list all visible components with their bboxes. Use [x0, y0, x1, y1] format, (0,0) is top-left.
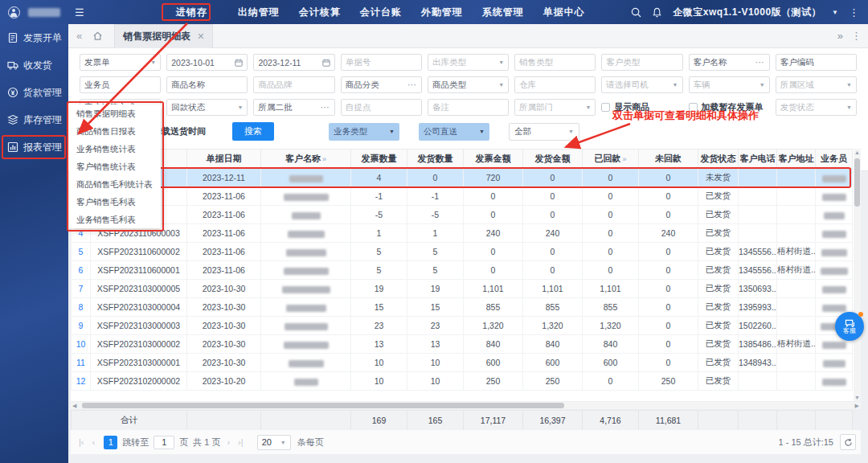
ellipsis-more-icon[interactable]: ⋯: [321, 102, 330, 113]
page-size-select[interactable]: 20 ▼: [257, 435, 291, 450]
column-header[interactable]: 单据日期: [187, 150, 261, 169]
delivery-status-select[interactable]: 发货状态▼: [776, 99, 857, 116]
table-row[interactable]: 7XSFP20231030000052023-10-3019191,1011,1…: [72, 280, 853, 298]
user-avatar-icon[interactable]: [8, 6, 20, 18]
customer-type-input[interactable]: 客户类型: [601, 54, 682, 71]
collapse-sidebar-icon[interactable]: «: [68, 30, 88, 42]
sidebar-item-payment[interactable]: 货款管理: [0, 79, 68, 106]
refresh-button[interactable]: [840, 434, 856, 450]
column-header[interactable]: 客户地址: [777, 150, 816, 169]
end-date-input[interactable]: 2023-12-11: [253, 54, 334, 71]
doc-number-input[interactable]: 单据号: [341, 54, 422, 71]
top-menu-item[interactable]: 单据中心: [534, 0, 595, 24]
cell: 已发货: [698, 187, 739, 206]
hamburger-menu-icon[interactable]: ☰: [75, 6, 84, 18]
next-page-icon[interactable]: ›: [227, 437, 230, 447]
cell: 已发货: [698, 261, 739, 280]
horizontal-scrollbar[interactable]: ◀ ▶: [71, 402, 861, 409]
product-name-input[interactable]: 商品名称: [166, 76, 248, 93]
top-menu-item[interactable]: 外勤管理: [411, 0, 473, 24]
customer-code-input[interactable]: 客户编码: [776, 54, 857, 71]
top-bar: ☰ 进销存出纳管理会计核算会计台账外勤管理系统管理单据中心 企微宝xwq1.1-…: [0, 0, 868, 24]
sort-icon[interactable]: »: [322, 155, 326, 163]
sort-icon[interactable]: »: [622, 155, 626, 163]
table-row[interactable]: 12XSFP20231020000022023-10-2010102502500…: [72, 372, 853, 391]
customer-name-input[interactable]: 客户名称⋯: [689, 54, 770, 71]
total-pages-label: 共 1 页: [193, 436, 220, 449]
column-header[interactable]: 已回款»: [583, 150, 639, 169]
customer-service-button[interactable]: 客服: [835, 312, 864, 341]
product-brand-input[interactable]: 商品品牌: [253, 76, 334, 93]
page-jump-input[interactable]: 1: [154, 436, 174, 449]
vertical-scrollbar[interactable]: ▲ ▼: [854, 149, 861, 401]
department-select[interactable]: 所属部门▼: [514, 99, 596, 116]
region-select[interactable]: 所属区域▼: [776, 76, 857, 93]
table-row[interactable]: 32023-11-06-5-50000已发货: [72, 206, 853, 224]
column-header[interactable]: 客户名称»: [261, 150, 351, 169]
last-page-icon[interactable]: ›|: [238, 437, 244, 447]
current-page-button[interactable]: 1: [104, 436, 117, 449]
column-header[interactable]: 客户电话: [739, 150, 777, 169]
cell: 0: [639, 243, 698, 261]
sales-type-input[interactable]: 销售类型: [514, 54, 596, 71]
scroll-right-icon[interactable]: ▶: [855, 402, 859, 409]
first-page-icon[interactable]: |‹: [79, 437, 84, 447]
table-row[interactable]: 22023-11-06-1-10000已发货: [72, 187, 853, 206]
column-header[interactable]: 发货金额: [523, 150, 583, 169]
pickup-point-input[interactable]: 自提点: [341, 99, 422, 116]
table-row[interactable]: 4XSFP20231106000032023-11-06112402400240…: [72, 224, 853, 243]
sidebar-item-inventory[interactable]: 库存管理: [0, 106, 68, 133]
product-type-select[interactable]: 商品类型▼: [428, 76, 509, 93]
sidebar-item-delivery[interactable]: 收发货: [0, 51, 68, 79]
start-date-input[interactable]: 2023-10-01: [166, 54, 248, 71]
remark-input[interactable]: 备注: [428, 99, 509, 116]
table-row[interactable]: 5XSFP20231106000022023-11-06550000已发货134…: [72, 243, 853, 261]
delivery-mode-select[interactable]: 公司直送▼: [419, 123, 489, 141]
product-category-input[interactable]: 商品分类⋯: [341, 76, 422, 93]
column-header[interactable]: 发货数量: [407, 150, 464, 169]
scroll-left-icon[interactable]: ◀: [72, 402, 76, 409]
sidebar-item-invoice[interactable]: 发票开单: [0, 24, 68, 51]
column-header[interactable]: 未回款: [639, 150, 698, 169]
scroll-up-icon[interactable]: ▲: [854, 150, 861, 155]
ellipsis-more-icon[interactable]: ⋯: [407, 80, 417, 90]
chevron-down-icon[interactable]: ▼: [832, 9, 838, 16]
prev-page-icon[interactable]: ‹: [92, 437, 96, 447]
invoice-type-select[interactable]: 发票单▼: [80, 54, 161, 71]
column-header[interactable]: 业务员: [816, 150, 853, 169]
search-button[interactable]: 搜索: [232, 122, 274, 141]
warehouse-input[interactable]: 仓库: [514, 76, 596, 93]
tab-sales-invoice-report[interactable]: 销售票据明细表 ✕: [114, 24, 213, 48]
horizontal-scroll-thumb[interactable]: [82, 403, 564, 408]
column-header[interactable]: 发票金额: [464, 150, 523, 169]
column-header[interactable]: 发票数量: [351, 150, 407, 169]
notification-bell-icon[interactable]: [652, 7, 662, 18]
table-row[interactable]: 11XSFP20231030000012023-10-3010106006006…: [72, 354, 853, 372]
scroll-down-icon[interactable]: ▼: [854, 395, 861, 400]
second-batch-input[interactable]: 所属二批⋯: [253, 99, 334, 116]
top-menu-item[interactable]: 出纳管理: [228, 0, 289, 24]
all-filter-select[interactable]: 全部▼: [509, 123, 579, 141]
table-row[interactable]: 10XSFP20231030000022023-10-3013138408408…: [72, 335, 853, 354]
tabs-scroll-right-icon[interactable]: »: [837, 30, 843, 42]
search-icon[interactable]: [631, 7, 641, 18]
payback-status-select[interactable]: 回款状态▼: [166, 99, 248, 116]
top-menu-item[interactable]: 会计台账: [350, 0, 411, 24]
more-options-icon[interactable]: ⋮: [849, 6, 860, 18]
column-header[interactable]: 发货状态: [698, 150, 739, 169]
close-tab-icon[interactable]: ✕: [197, 31, 204, 42]
ellipsis-more-icon[interactable]: ⋯: [755, 57, 765, 68]
business-type-select[interactable]: 业务类型▼: [329, 123, 399, 141]
outbound-type-select[interactable]: 出库类型▼: [428, 54, 509, 71]
vehicle-select[interactable]: 车辆▼: [689, 76, 770, 93]
top-menu-item[interactable]: 系统管理: [473, 0, 534, 24]
table-row[interactable]: 9XSFP20231030000032023-10-3023231,3201,3…: [72, 317, 853, 335]
vertical-scroll-thumb[interactable]: [854, 158, 860, 207]
top-menu-item[interactable]: 会计核算: [289, 0, 350, 24]
tab-options-icon[interactable]: ⋮: [851, 30, 862, 42]
driver-select[interactable]: 请选择司机▼: [601, 76, 682, 93]
table-row[interactable]: 8XSFP20231030000042023-10-30151585585585…: [72, 298, 853, 317]
home-icon[interactable]: [88, 28, 106, 44]
table-row[interactable]: 6XSFP20231106000012023-11-06550000已发货134…: [72, 261, 853, 280]
salesman-input[interactable]: 业务员: [80, 76, 161, 93]
